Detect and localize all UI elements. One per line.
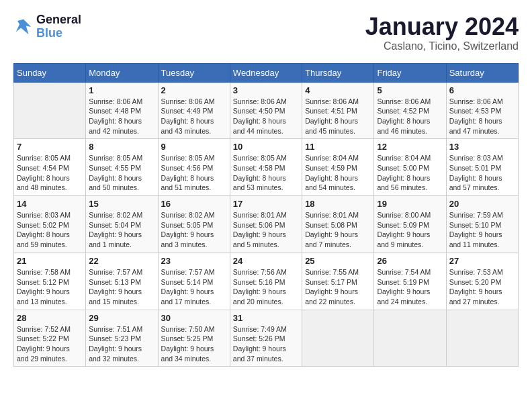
calendar-week-row: 1Sunrise: 8:06 AMSunset: 4:48 PMDaylight…: [14, 82, 519, 139]
weekday-header-row: SundayMondayTuesdayWednesdayThursdayFrid…: [14, 63, 519, 82]
day-number: 10: [233, 142, 299, 152]
calendar-table: SundayMondayTuesdayWednesdayThursdayFrid…: [13, 63, 519, 367]
calendar-cell: 27Sunrise: 7:53 AMSunset: 5:20 PMDayligh…: [446, 253, 518, 310]
day-number: 4: [305, 85, 371, 95]
calendar-cell: 26Sunrise: 7:54 AMSunset: 5:19 PMDayligh…: [374, 253, 446, 310]
day-number: 31: [233, 313, 299, 323]
calendar-week-row: 7Sunrise: 8:05 AMSunset: 4:54 PMDaylight…: [14, 139, 519, 196]
day-number: 7: [17, 142, 83, 152]
title-section: January 2024 Caslano, Ticino, Switzerlan…: [365, 13, 519, 52]
day-number: 18: [305, 199, 371, 209]
day-number: 22: [89, 256, 154, 266]
day-number: 19: [377, 199, 443, 209]
day-info: Sunrise: 8:05 AMSunset: 4:56 PMDaylight:…: [161, 153, 227, 193]
day-info: Sunrise: 8:06 AMSunset: 4:51 PMDaylight:…: [305, 97, 371, 136]
calendar-cell: 17Sunrise: 8:01 AMSunset: 5:06 PMDayligh…: [230, 196, 302, 253]
day-number: 21: [17, 256, 83, 266]
day-info: Sunrise: 8:05 AMSunset: 4:55 PMDaylight:…: [89, 153, 154, 193]
calendar-cell: 16Sunrise: 8:02 AMSunset: 5:05 PMDayligh…: [158, 196, 230, 253]
day-number: 24: [233, 256, 299, 266]
page-header: General Blue January 2024 Caslano, Ticin…: [13, 13, 519, 52]
day-info: Sunrise: 7:57 AMSunset: 5:13 PMDaylight:…: [89, 267, 154, 307]
day-info: Sunrise: 7:54 AMSunset: 5:19 PMDaylight:…: [377, 267, 443, 307]
svg-marker-0: [16, 19, 32, 35]
day-info: Sunrise: 8:06 AMSunset: 4:48 PMDaylight:…: [89, 97, 154, 136]
location: Caslano, Ticino, Switzerland: [365, 40, 519, 52]
calendar-cell: 30Sunrise: 7:50 AMSunset: 5:25 PMDayligh…: [158, 310, 230, 367]
day-info: Sunrise: 7:56 AMSunset: 5:16 PMDaylight:…: [233, 267, 299, 307]
calendar-cell: 3Sunrise: 8:06 AMSunset: 4:50 PMDaylight…: [230, 82, 302, 139]
calendar-cell: 14Sunrise: 8:03 AMSunset: 5:02 PMDayligh…: [14, 196, 86, 253]
day-number: 26: [377, 256, 443, 266]
calendar-cell: [14, 82, 86, 139]
day-number: 30: [161, 313, 227, 323]
day-number: 28: [17, 313, 83, 323]
calendar-cell: 13Sunrise: 8:03 AMSunset: 5:01 PMDayligh…: [446, 139, 518, 196]
calendar-cell: 25Sunrise: 7:55 AMSunset: 5:17 PMDayligh…: [302, 253, 374, 310]
day-info: Sunrise: 8:02 AMSunset: 5:05 PMDaylight:…: [161, 210, 227, 250]
day-number: 11: [305, 142, 371, 152]
day-info: Sunrise: 7:57 AMSunset: 5:14 PMDaylight:…: [161, 267, 227, 307]
day-number: 1: [89, 85, 154, 95]
weekday-header-wednesday: Wednesday: [230, 63, 302, 82]
calendar-cell: 18Sunrise: 8:01 AMSunset: 5:08 PMDayligh…: [302, 196, 374, 253]
day-info: Sunrise: 8:04 AMSunset: 5:00 PMDaylight:…: [377, 153, 443, 193]
calendar-cell: 28Sunrise: 7:52 AMSunset: 5:22 PMDayligh…: [14, 310, 86, 367]
logo-icon: [13, 17, 34, 37]
calendar-cell: 24Sunrise: 7:56 AMSunset: 5:16 PMDayligh…: [230, 253, 302, 310]
day-number: 9: [161, 142, 227, 152]
day-info: Sunrise: 8:01 AMSunset: 5:08 PMDaylight:…: [305, 210, 371, 250]
calendar-week-row: 21Sunrise: 7:58 AMSunset: 5:12 PMDayligh…: [14, 253, 519, 310]
day-number: 27: [449, 256, 515, 266]
day-number: 6: [449, 85, 515, 95]
calendar-cell: 10Sunrise: 8:05 AMSunset: 4:58 PMDayligh…: [230, 139, 302, 196]
weekday-header-thursday: Thursday: [302, 63, 374, 82]
calendar-cell: 8Sunrise: 8:05 AMSunset: 4:55 PMDaylight…: [86, 139, 158, 196]
day-info: Sunrise: 7:59 AMSunset: 5:10 PMDaylight:…: [449, 210, 515, 250]
logo: General Blue: [13, 13, 81, 40]
weekday-header-monday: Monday: [86, 63, 158, 82]
day-info: Sunrise: 7:55 AMSunset: 5:17 PMDaylight:…: [305, 267, 371, 307]
day-number: 3: [233, 85, 299, 95]
calendar-cell: 23Sunrise: 7:57 AMSunset: 5:14 PMDayligh…: [158, 253, 230, 310]
calendar-week-row: 28Sunrise: 7:52 AMSunset: 5:22 PMDayligh…: [14, 310, 519, 367]
calendar-cell: 1Sunrise: 8:06 AMSunset: 4:48 PMDaylight…: [86, 82, 158, 139]
day-info: Sunrise: 8:01 AMSunset: 5:06 PMDaylight:…: [233, 210, 299, 250]
day-info: Sunrise: 7:50 AMSunset: 5:25 PMDaylight:…: [161, 324, 227, 364]
day-number: 14: [17, 199, 83, 209]
day-info: Sunrise: 8:05 AMSunset: 4:54 PMDaylight:…: [17, 153, 83, 193]
calendar-cell: 21Sunrise: 7:58 AMSunset: 5:12 PMDayligh…: [14, 253, 86, 310]
day-number: 16: [161, 199, 227, 209]
day-number: 20: [449, 199, 515, 209]
calendar-cell: [374, 310, 446, 367]
day-number: 2: [161, 85, 227, 95]
calendar-cell: [446, 310, 518, 367]
day-number: 25: [305, 256, 371, 266]
calendar-cell: 11Sunrise: 8:04 AMSunset: 4:59 PMDayligh…: [302, 139, 374, 196]
calendar-cell: 4Sunrise: 8:06 AMSunset: 4:51 PMDaylight…: [302, 82, 374, 139]
day-info: Sunrise: 8:06 AMSunset: 4:52 PMDaylight:…: [377, 97, 443, 136]
calendar-cell: 19Sunrise: 8:00 AMSunset: 5:09 PMDayligh…: [374, 196, 446, 253]
calendar-cell: 7Sunrise: 8:05 AMSunset: 4:54 PMDaylight…: [14, 139, 86, 196]
day-number: 5: [377, 85, 443, 95]
day-info: Sunrise: 8:04 AMSunset: 4:59 PMDaylight:…: [305, 153, 371, 193]
day-info: Sunrise: 8:03 AMSunset: 5:01 PMDaylight:…: [449, 153, 515, 193]
day-info: Sunrise: 7:53 AMSunset: 5:20 PMDaylight:…: [449, 267, 515, 307]
day-info: Sunrise: 7:52 AMSunset: 5:22 PMDaylight:…: [17, 324, 83, 364]
day-number: 12: [377, 142, 443, 152]
calendar-cell: [302, 310, 374, 367]
day-info: Sunrise: 8:06 AMSunset: 4:50 PMDaylight:…: [233, 97, 299, 136]
calendar-cell: 15Sunrise: 8:02 AMSunset: 5:04 PMDayligh…: [86, 196, 158, 253]
calendar-cell: 9Sunrise: 8:05 AMSunset: 4:56 PMDaylight…: [158, 139, 230, 196]
weekday-header-saturday: Saturday: [446, 63, 518, 82]
day-info: Sunrise: 8:02 AMSunset: 5:04 PMDaylight:…: [89, 210, 154, 250]
calendar-cell: 5Sunrise: 8:06 AMSunset: 4:52 PMDaylight…: [374, 82, 446, 139]
calendar-week-row: 14Sunrise: 8:03 AMSunset: 5:02 PMDayligh…: [14, 196, 519, 253]
day-number: 17: [233, 199, 299, 209]
day-number: 15: [89, 199, 154, 209]
calendar-cell: 12Sunrise: 8:04 AMSunset: 5:00 PMDayligh…: [374, 139, 446, 196]
logo-text: General Blue: [36, 13, 81, 40]
calendar-cell: 31Sunrise: 7:49 AMSunset: 5:26 PMDayligh…: [230, 310, 302, 367]
day-number: 23: [161, 256, 227, 266]
weekday-header-sunday: Sunday: [14, 63, 86, 82]
